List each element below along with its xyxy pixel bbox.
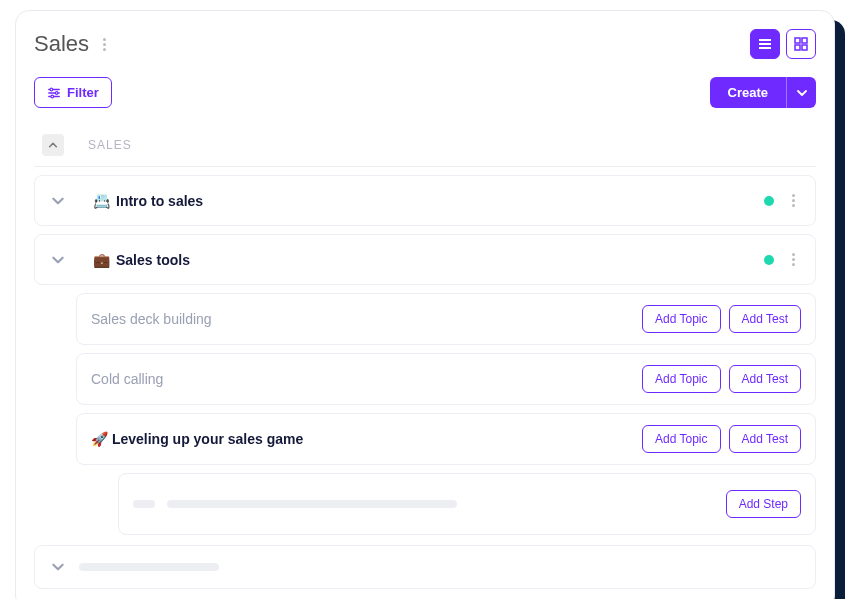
filter-icon bbox=[47, 86, 61, 100]
svg-point-7 bbox=[50, 88, 53, 91]
chevron-down-icon bbox=[51, 560, 65, 574]
page-title: Sales bbox=[34, 31, 89, 57]
svg-rect-0 bbox=[759, 39, 771, 41]
svg-rect-6 bbox=[802, 45, 807, 50]
course-emoji: 📇 bbox=[93, 193, 110, 209]
filter-button[interactable]: Filter bbox=[34, 77, 112, 108]
add-step-button[interactable]: Add Step bbox=[726, 490, 801, 518]
topic-row[interactable]: 🚀 Leveling up your sales game Add Topic … bbox=[76, 413, 816, 465]
view-switch bbox=[750, 29, 816, 59]
skeleton-text bbox=[79, 563, 219, 571]
add-topic-button[interactable]: Add Topic bbox=[642, 305, 720, 333]
svg-point-8 bbox=[55, 91, 58, 94]
skeleton-text bbox=[167, 500, 457, 508]
filter-label: Filter bbox=[67, 85, 99, 100]
status-dot bbox=[764, 255, 774, 265]
course-title: 💼 Sales tools bbox=[93, 252, 764, 268]
chevron-up-icon bbox=[48, 140, 58, 150]
topic-emoji: 🚀 bbox=[91, 431, 108, 447]
svg-rect-1 bbox=[759, 43, 771, 45]
page-menu-icon[interactable] bbox=[99, 34, 110, 55]
collapsed-course-row[interactable] bbox=[34, 545, 816, 589]
add-topic-button[interactable]: Add Topic bbox=[642, 425, 720, 453]
topic-title: Cold calling bbox=[91, 371, 634, 387]
add-topic-button[interactable]: Add Topic bbox=[642, 365, 720, 393]
course-row[interactable]: 📇 Intro to sales bbox=[34, 175, 816, 226]
topic-title: Sales deck building bbox=[91, 311, 634, 327]
topic-title: 🚀 Leveling up your sales game bbox=[91, 431, 634, 447]
step-row: Add Step bbox=[118, 473, 816, 535]
add-test-button[interactable]: Add Test bbox=[729, 365, 801, 393]
chevron-down-icon bbox=[51, 194, 65, 208]
status-dot bbox=[764, 196, 774, 206]
list-icon bbox=[757, 36, 773, 52]
grid-view-button[interactable] bbox=[786, 29, 816, 59]
add-test-button[interactable]: Add Test bbox=[729, 305, 801, 333]
svg-rect-5 bbox=[795, 45, 800, 50]
grid-icon bbox=[793, 36, 809, 52]
topic-row[interactable]: Sales deck building Add Topic Add Test bbox=[76, 293, 816, 345]
svg-point-9 bbox=[51, 95, 54, 98]
course-emoji: 💼 bbox=[93, 252, 110, 268]
svg-rect-3 bbox=[795, 38, 800, 43]
section-collapse-button[interactable] bbox=[42, 134, 64, 156]
list-view-button[interactable] bbox=[750, 29, 780, 59]
create-button[interactable]: Create bbox=[710, 77, 786, 108]
section-title: SALES bbox=[88, 138, 132, 152]
skeleton-icon bbox=[133, 500, 155, 508]
course-title: 📇 Intro to sales bbox=[93, 193, 764, 209]
chevron-down-icon bbox=[796, 87, 808, 99]
svg-rect-4 bbox=[802, 38, 807, 43]
add-test-button[interactable]: Add Test bbox=[729, 425, 801, 453]
course-row[interactable]: 💼 Sales tools bbox=[34, 234, 816, 285]
course-menu-icon[interactable] bbox=[788, 249, 799, 270]
svg-rect-2 bbox=[759, 47, 771, 49]
topic-row[interactable]: Cold calling Add Topic Add Test bbox=[76, 353, 816, 405]
create-dropdown-button[interactable] bbox=[786, 77, 816, 108]
main-card: Sales Filter Create bbox=[15, 10, 835, 599]
chevron-down-icon bbox=[51, 253, 65, 267]
course-menu-icon[interactable] bbox=[788, 190, 799, 211]
